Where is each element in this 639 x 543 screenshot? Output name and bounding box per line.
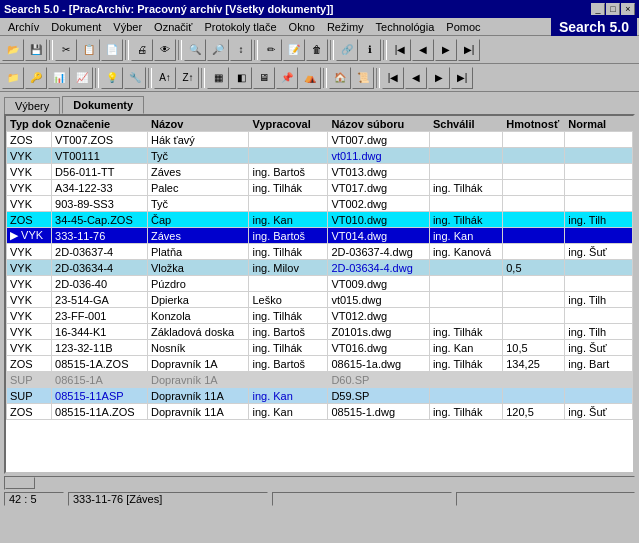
table-cell: ing. Šuť	[565, 404, 633, 420]
table-cell: VT00111	[52, 148, 148, 164]
table-cell	[249, 196, 328, 212]
tb2-btn3[interactable]: 📊	[48, 67, 70, 89]
tb-cut-btn[interactable]: ✂	[55, 39, 77, 61]
tb2-btn5[interactable]: 💡	[101, 67, 123, 89]
table-cell: Tyč	[147, 196, 249, 212]
col-header-typ[interactable]: Typ dok	[7, 117, 52, 132]
tb2-btn4[interactable]: 📈	[71, 67, 93, 89]
table-cell: VT007.ZOS	[52, 132, 148, 148]
tb-filter-btn[interactable]: 🔎	[207, 39, 229, 61]
col-header-hmotnost[interactable]: Hmotnosť	[503, 117, 565, 132]
tb-link-btn[interactable]: 🔗	[336, 39, 358, 61]
col-header-vyprac[interactable]: Vypracoval	[249, 117, 328, 132]
table-cell: 333-11-76	[52, 228, 148, 244]
table-row[interactable]: VYK2D-03637-4Platňaing. Tilhák2D-03637-4…	[7, 244, 633, 260]
tb-copy-btn[interactable]: 📋	[78, 39, 100, 61]
tab-dokumenty[interactable]: Dokumenty	[62, 96, 144, 114]
tb-new-btn[interactable]: ✏	[260, 39, 282, 61]
tb-paste-btn[interactable]: 📄	[101, 39, 123, 61]
table-row[interactable]: VYKA34-122-33Palecing. TilhákVT017.dwgin…	[7, 180, 633, 196]
table-row[interactable]: ZOSVT007.ZOSHák ťavýVT007.dwg	[7, 132, 633, 148]
table-cell: 08615-1a.dwg	[328, 356, 430, 372]
table-cell: 0,5	[503, 260, 565, 276]
table-row[interactable]: VYKD56-011-TTZávesing. BartošVT013.dwg	[7, 164, 633, 180]
table-cell	[503, 180, 565, 196]
tb-save-btn[interactable]: 💾	[25, 39, 47, 61]
table-row[interactable]: VYK23-FF-001Konzolaing. TilhákVT012.dwg	[7, 308, 633, 324]
table-row[interactable]: VYK123-32-11BNosníking. TilhákVT016.dwgi…	[7, 340, 633, 356]
menu-protokoly[interactable]: Protokoly tlače	[198, 20, 282, 34]
table-row[interactable]: VYK2D-03634-4Vložkaing. Milov2D-03634-4.…	[7, 260, 633, 276]
col-header-schvalil[interactable]: Schválil	[429, 117, 502, 132]
tb2-sort-az[interactable]: A↑	[154, 67, 176, 89]
tb2-nav-next[interactable]: ▶	[428, 67, 450, 89]
tb-print-btn[interactable]: 🖨	[131, 39, 153, 61]
tb2-nav-prev[interactable]: ◀	[405, 67, 427, 89]
tb-preview-btn[interactable]: 👁	[154, 39, 176, 61]
tb-sep-3	[178, 40, 182, 60]
tb2-btn8[interactable]: ◧	[230, 67, 252, 89]
tb2-nav-first[interactable]: |◀	[382, 67, 404, 89]
menu-dokument[interactable]: Dokument	[45, 20, 107, 34]
menu-vyber[interactable]: Výber	[107, 20, 148, 34]
tb2-btn1[interactable]: 📁	[2, 67, 24, 89]
table-row[interactable]: SUP08615-1ADopravník 1AD60.SP	[7, 372, 633, 388]
tb-open-btn[interactable]: 📂	[2, 39, 24, 61]
menu-okno[interactable]: Okno	[283, 20, 321, 34]
tb2-btn6[interactable]: 🔧	[124, 67, 146, 89]
tb2-sort-za[interactable]: Z↑	[177, 67, 199, 89]
table-cell: 134,25	[503, 356, 565, 372]
tb2-btn12[interactable]: 🏠	[329, 67, 351, 89]
menu-pomoc[interactable]: Pomoc	[440, 20, 486, 34]
h-scroll-thumb[interactable]	[5, 477, 35, 489]
status-bar: 42 : 5 333-11-76 [Záves]	[0, 490, 639, 508]
table-row[interactable]: ZOS08515-1A.ZOSDopravník 1Aing. Bartoš08…	[7, 356, 633, 372]
tb-edit-btn[interactable]: 📝	[283, 39, 305, 61]
tb2-btn2[interactable]: 🔑	[25, 67, 47, 89]
table-cell: Záves	[147, 228, 249, 244]
table-cell: Záves	[147, 164, 249, 180]
col-header-nazovsub[interactable]: Názov súboru	[328, 117, 430, 132]
tab-vybery[interactable]: Výbery	[4, 97, 60, 114]
table-row[interactable]: VYK23-514-GADpierkaLeškovt015.dwging. Ti…	[7, 292, 633, 308]
tb2-btn11[interactable]: ⛺	[299, 67, 321, 89]
table-row[interactable]: VYKVT00111Tyčvt011.dwg	[7, 148, 633, 164]
table-row[interactable]: VYK903-89-SS3TyčVT002.dwg	[7, 196, 633, 212]
table-row[interactable]: VYK2D-036-40PúzdroVT009.dwg	[7, 276, 633, 292]
table-row[interactable]: ZOS34-45-Cap.ZOSČaping. KanVT010.dwging.…	[7, 212, 633, 228]
col-header-normal[interactable]: Normal	[565, 117, 633, 132]
tb2-btn10[interactable]: 📌	[276, 67, 298, 89]
table-row[interactable]: VYK16-344-K1Základová doskaing. BartošZ0…	[7, 324, 633, 340]
table-cell: VYK	[7, 260, 52, 276]
tb2-btn9[interactable]: 🖥	[253, 67, 275, 89]
table-cell: ing. Tilhák	[249, 308, 328, 324]
tb-nav-last[interactable]: ▶|	[458, 39, 480, 61]
tb-nav-prev[interactable]: ◀	[412, 39, 434, 61]
menu-archiv[interactable]: Archív	[2, 20, 45, 34]
tb-search-btn[interactable]: 🔍	[184, 39, 206, 61]
table-cell	[429, 372, 502, 388]
h-scrollbar[interactable]	[4, 476, 635, 490]
table-cell	[503, 308, 565, 324]
tb2-nav-last[interactable]: ▶|	[451, 67, 473, 89]
table-cell: ▶ VYK	[7, 228, 52, 244]
col-header-oznac[interactable]: Označenie	[52, 117, 148, 132]
table-cell	[503, 212, 565, 228]
table-cell	[249, 372, 328, 388]
menu-rezimy[interactable]: Režimy	[321, 20, 370, 34]
table-cell: VT012.dwg	[328, 308, 430, 324]
tb-info-btn[interactable]: ℹ	[359, 39, 381, 61]
table-row[interactable]: ZOS08515-11A.ZOSDopravník 11Aing. Kan085…	[7, 404, 633, 420]
col-header-nazov[interactable]: Názov	[147, 117, 249, 132]
tb-sort-btn[interactable]: ↕	[230, 39, 252, 61]
toolbar-2: 📁 🔑 📊 📈 💡 🔧 A↑ Z↑ ▦ ◧ 🖥 📌 ⛺ 🏠 📜 |◀ ◀ ▶ ▶…	[0, 64, 639, 92]
tb-nav-first[interactable]: |◀	[389, 39, 411, 61]
table-row[interactable]: ▶ VYK333-11-76Závesing. BartošVT014.dwgi…	[7, 228, 633, 244]
tb-nav-next[interactable]: ▶	[435, 39, 457, 61]
tb-del-btn[interactable]: 🗑	[306, 39, 328, 61]
tb2-btn7[interactable]: ▦	[207, 67, 229, 89]
tb2-btn13[interactable]: 📜	[352, 67, 374, 89]
menu-oznacit[interactable]: Označiť	[148, 20, 198, 34]
menu-technologia[interactable]: Technológia	[370, 20, 441, 34]
table-row[interactable]: SUP08515-11ASPDopravník 11Aing. KanD59.S…	[7, 388, 633, 404]
